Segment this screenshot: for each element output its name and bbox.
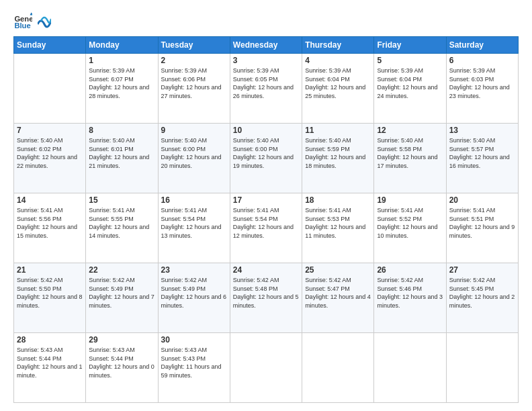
daylight-text: Daylight: 12 hours and 0 minutes.	[89, 363, 154, 379]
calendar-cell: 7 Sunrise: 5:40 AM Sunset: 6:02 PM Dayli…	[14, 124, 86, 193]
daylight-text: Daylight: 12 hours and 19 minutes.	[233, 153, 299, 170]
header-monday: Monday	[86, 37, 158, 54]
sunrise-text: Sunrise: 5:39 AM	[89, 66, 154, 75]
day-number: 29	[89, 335, 154, 345]
calendar-cell: 12 Sunrise: 5:40 AM Sunset: 5:58 PM Dayl…	[374, 124, 446, 193]
day-number: 1	[89, 56, 154, 65]
sunrise-text: Sunrise: 5:39 AM	[161, 66, 227, 75]
cell-info: Sunrise: 5:40 AM Sunset: 6:01 PM Dayligh…	[89, 136, 154, 170]
calendar-cell: 10 Sunrise: 5:40 AM Sunset: 6:00 PM Dayl…	[230, 124, 302, 193]
calendar-cell: 24 Sunrise: 5:42 AM Sunset: 5:48 PM Dayl…	[230, 263, 302, 333]
sunset-text: Sunset: 5:50 PM	[17, 285, 83, 293]
calendar-cell: 4 Sunrise: 5:39 AM Sunset: 6:04 PM Dayli…	[302, 54, 374, 124]
cell-info: Sunrise: 5:42 AM Sunset: 5:48 PM Dayligh…	[233, 276, 299, 310]
day-number: 22	[89, 265, 154, 275]
daylight-text: Daylight: 12 hours and 9 minutes.	[449, 223, 515, 240]
sunrise-text: Sunrise: 5:39 AM	[377, 66, 443, 75]
daylight-text: Daylight: 12 hours and 12 minutes.	[233, 223, 299, 240]
sunrise-text: Sunrise: 5:43 AM	[17, 346, 83, 355]
daylight-text: Daylight: 11 hours and 59 minutes.	[161, 363, 227, 379]
day-number: 16	[161, 195, 227, 205]
cell-info: Sunrise: 5:40 AM Sunset: 6:02 PM Dayligh…	[17, 136, 83, 170]
calendar-cell	[446, 333, 518, 403]
sunset-text: Sunset: 5:44 PM	[89, 355, 154, 363]
sunset-text: Sunset: 5:46 PM	[377, 285, 443, 293]
cell-info: Sunrise: 5:40 AM Sunset: 5:57 PM Dayligh…	[449, 136, 515, 170]
cell-info: Sunrise: 5:39 AM Sunset: 6:05 PM Dayligh…	[233, 66, 299, 100]
calendar-cell: 6 Sunrise: 5:39 AM Sunset: 6:03 PM Dayli…	[446, 54, 518, 124]
sunrise-text: Sunrise: 5:40 AM	[17, 136, 83, 145]
sunrise-text: Sunrise: 5:40 AM	[377, 136, 443, 145]
day-number: 19	[377, 195, 443, 205]
calendar-cell	[14, 54, 86, 124]
sunrise-text: Sunrise: 5:41 AM	[89, 206, 154, 215]
sunrise-text: Sunrise: 5:41 AM	[305, 206, 371, 215]
daylight-text: Daylight: 12 hours and 21 minutes.	[89, 153, 154, 170]
day-number: 17	[233, 195, 299, 205]
calendar-cell: 20 Sunrise: 5:41 AM Sunset: 5:51 PM Dayl…	[446, 193, 518, 263]
sunset-text: Sunset: 5:54 PM	[233, 215, 299, 224]
day-number: 28	[17, 335, 83, 345]
logo-icon: General Blue	[13, 11, 32, 30]
sunset-text: Sunset: 6:05 PM	[233, 75, 299, 84]
daylight-text: Daylight: 12 hours and 3 minutes.	[377, 293, 443, 310]
calendar-cell	[302, 333, 374, 403]
calendar-table: Sunday Monday Tuesday Wednesday Thursday…	[13, 36, 519, 403]
sunrise-text: Sunrise: 5:40 AM	[449, 136, 515, 145]
cell-info: Sunrise: 5:43 AM Sunset: 5:44 PM Dayligh…	[17, 346, 83, 379]
daylight-text: Daylight: 12 hours and 25 minutes.	[305, 83, 371, 100]
calendar-week-row: 28 Sunrise: 5:43 AM Sunset: 5:44 PM Dayl…	[14, 333, 519, 403]
daylight-text: Daylight: 12 hours and 7 minutes.	[89, 293, 154, 310]
calendar-cell	[374, 333, 446, 403]
calendar-header: Sunday Monday Tuesday Wednesday Thursday…	[14, 37, 519, 54]
header-wednesday: Wednesday	[230, 37, 302, 54]
sunset-text: Sunset: 5:45 PM	[449, 285, 515, 293]
header-saturday: Saturday	[446, 37, 518, 54]
sunrise-text: Sunrise: 5:42 AM	[17, 276, 83, 285]
daylight-text: Daylight: 12 hours and 5 minutes.	[233, 293, 299, 310]
cell-info: Sunrise: 5:41 AM Sunset: 5:51 PM Dayligh…	[449, 206, 515, 240]
cell-info: Sunrise: 5:41 AM Sunset: 5:53 PM Dayligh…	[305, 206, 371, 240]
day-number: 15	[89, 195, 154, 205]
day-number: 14	[17, 195, 83, 205]
sunrise-text: Sunrise: 5:40 AM	[161, 136, 227, 145]
cell-info: Sunrise: 5:43 AM Sunset: 5:43 PM Dayligh…	[161, 346, 227, 379]
sunset-text: Sunset: 5:53 PM	[305, 215, 371, 224]
calendar-cell: 23 Sunrise: 5:42 AM Sunset: 5:49 PM Dayl…	[158, 263, 230, 333]
sunset-text: Sunset: 5:54 PM	[161, 215, 227, 224]
cell-info: Sunrise: 5:41 AM Sunset: 5:54 PM Dayligh…	[161, 206, 227, 240]
calendar-cell: 3 Sunrise: 5:39 AM Sunset: 6:05 PM Dayli…	[230, 54, 302, 124]
daylight-text: Daylight: 12 hours and 28 minutes.	[89, 83, 154, 100]
cell-info: Sunrise: 5:41 AM Sunset: 5:54 PM Dayligh…	[233, 206, 299, 240]
calendar-cell: 1 Sunrise: 5:39 AM Sunset: 6:07 PM Dayli…	[86, 54, 158, 124]
sunrise-text: Sunrise: 5:42 AM	[161, 276, 227, 285]
sunset-text: Sunset: 5:48 PM	[233, 285, 299, 293]
daylight-text: Daylight: 12 hours and 20 minutes.	[161, 153, 227, 170]
calendar-cell: 21 Sunrise: 5:42 AM Sunset: 5:50 PM Dayl…	[14, 263, 86, 333]
day-number: 20	[449, 195, 515, 205]
calendar-cell: 8 Sunrise: 5:40 AM Sunset: 6:01 PM Dayli…	[86, 124, 158, 193]
cell-info: Sunrise: 5:42 AM Sunset: 5:50 PM Dayligh…	[17, 276, 83, 310]
sunset-text: Sunset: 6:07 PM	[89, 75, 154, 84]
day-number: 7	[17, 126, 83, 135]
day-number: 26	[377, 265, 443, 275]
cell-info: Sunrise: 5:39 AM Sunset: 6:03 PM Dayligh…	[449, 66, 515, 100]
cell-info: Sunrise: 5:41 AM Sunset: 5:56 PM Dayligh…	[17, 206, 83, 240]
calendar-cell: 17 Sunrise: 5:41 AM Sunset: 5:54 PM Dayl…	[230, 193, 302, 263]
sunset-text: Sunset: 6:00 PM	[233, 145, 299, 154]
calendar-cell: 16 Sunrise: 5:41 AM Sunset: 5:54 PM Dayl…	[158, 193, 230, 263]
day-number: 13	[449, 126, 515, 135]
sunrise-text: Sunrise: 5:41 AM	[449, 206, 515, 215]
day-number: 23	[161, 265, 227, 275]
sunrise-text: Sunrise: 5:40 AM	[233, 136, 299, 145]
sunrise-text: Sunrise: 5:39 AM	[233, 66, 299, 75]
daylight-text: Daylight: 12 hours and 8 minutes.	[17, 293, 83, 310]
daylight-text: Daylight: 12 hours and 27 minutes.	[161, 83, 227, 100]
header-sunday: Sunday	[14, 37, 86, 54]
daylight-text: Daylight: 12 hours and 23 minutes.	[449, 83, 515, 100]
daylight-text: Daylight: 12 hours and 10 minutes.	[377, 223, 443, 240]
day-number: 3	[233, 56, 299, 65]
day-number: 9	[161, 126, 227, 135]
sunset-text: Sunset: 5:59 PM	[305, 145, 371, 154]
sunset-text: Sunset: 5:57 PM	[449, 145, 515, 154]
